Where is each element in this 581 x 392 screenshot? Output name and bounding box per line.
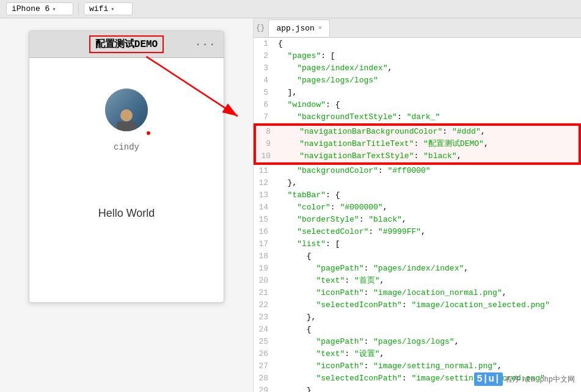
network-arrow-icon: ▾ [111,5,114,13]
line-content-10: "navigationBarTextStyle": "black", [278,150,579,162]
line-content-20: "text": "首页", [276,275,581,287]
red-dot-mid [147,131,150,135]
line-number-26: 26 [254,348,276,360]
phone-nav-dots: ··· [195,39,216,50]
code-line-12: 12 }, [254,177,581,189]
line-number-10: 10 [256,150,278,162]
line-content-9: "navigationBarTitleText": "配置测试DEMO", [278,138,579,150]
line-number-9: 9 [256,138,278,150]
line-number-20: 20 [254,275,276,287]
code-line-9: 9 "navigationBarTitleText": "配置测试DEMO", [256,138,579,150]
line-number-7: 7 [254,111,276,123]
line-number-5: 5 [254,87,276,99]
line-number-14: 14 [254,201,276,214]
code-line-23: 23 }, [254,311,581,324]
code-line-14: 14 "color": "#000000", [254,201,581,214]
code-line-6: 6 "window": { [254,99,581,111]
device-selector[interactable]: iPhone 6 ▾ [6,2,73,15]
line-content-7: "backgroundTextStyle": "dark_" [276,111,581,123]
code-panel: {} app.json × 1 { 2 "pages": [ 3 "pages/… [254,18,581,392]
line-content-27: "iconPath": "image/setting_normal.png", [276,360,581,372]
line-number-19: 19 [254,263,276,275]
phone-content: cindy Hello World [29,58,224,302]
code-line-5: 5 ], [254,87,581,99]
line-number-12: 12 [254,177,276,189]
line-number-15: 15 [254,214,276,226]
tab-filename: app.json [276,24,314,33]
code-line-18: 18 { [254,250,581,263]
line-number-11: 11 [254,165,276,177]
line-number-8: 8 [256,126,278,138]
line-number-27: 27 [254,360,276,372]
line-content-19: "pagePath": "pages/index/index", [276,263,581,275]
line-number-1: 1 [254,38,276,50]
code-line-20: 20 "text": "首页", [254,275,581,287]
avatar-image [105,89,148,131]
code-line-11: 11 "backgroundColor": "#ff0000" [254,165,581,177]
app-json-tab[interactable]: app.json × [268,20,330,37]
device-arrow-icon: ▾ [52,5,56,13]
network-selector[interactable]: wifi ▾ [84,2,133,15]
line-number-29: 29 [254,385,276,392]
watermark-text: 程序 [505,374,520,385]
code-line-25: 25 "pagePath": "pages/logs/logs", [254,336,581,348]
phone-avatar [105,89,148,131]
line-number-23: 23 [254,311,276,324]
line-content-1: { [276,38,581,50]
code-line-22: 22 "selectedIconPath": "image/location_s… [254,299,581,311]
line-content-3: "pages/index/index", [276,62,581,74]
tab-close-button[interactable]: × [318,24,323,32]
line-content-17: "list": [ [276,238,581,250]
line-content-21: "iconPath": "image/location_normal.png", [276,287,581,299]
code-line-1: 1 { [254,38,581,50]
phone-preview: 配置测试DEMO ··· cindy Hello World [0,18,254,392]
line-content-6: "window": { [276,99,581,111]
code-line-24: 24 { [254,324,581,336]
line-content-4: "pages/logs/logs" [276,74,581,87]
line-content-11: "backgroundColor": "#ff0000" [276,165,581,177]
phone-hello-text: Hello World [98,207,155,220]
code-line-19: 19 "pagePath": "pages/index/index", [254,263,581,275]
phone-nav-bar: 配置测试DEMO ··· [29,31,224,58]
line-content-24: { [276,324,581,336]
code-line-27: 27 "iconPath": "image/setting_normal.png… [254,360,581,372]
line-content-8: "navigationBarBackgroundColor": "#ddd", [278,126,579,138]
watermark-box: 5|u| [474,372,502,386]
code-line-7: 7 "backgroundTextStyle": "dark_" [254,111,581,123]
main-area: 配置测试DEMO ··· cindy Hello World [0,18,581,392]
device-label: iPhone 6 [12,4,49,13]
line-number-24: 24 [254,324,276,336]
code-line-10: 10 "navigationBarTextStyle": "black", [256,150,579,162]
code-editor[interactable]: 1 { 2 "pages": [ 3 "pages/index/index", … [254,38,581,392]
tab-icon: {} [256,24,265,32]
line-number-22: 22 [254,299,276,311]
line-content-14: "color": "#000000", [276,201,581,214]
phone-frame: 配置测试DEMO ··· cindy Hello World [29,31,224,303]
code-line-13: 13 "tabBar": { [254,189,581,201]
phone-nav-title: 配置测试DEMO [89,35,164,53]
watermark: 5|u| 程序 htm php中文网 [474,372,575,386]
line-number-3: 3 [254,62,276,74]
line-content-5: ], [276,87,581,99]
line-number-2: 2 [254,50,276,62]
code-line-8: 8 "navigationBarBackgroundColor": "#ddd"… [256,126,579,138]
avatar-body [117,122,136,131]
line-content-2: "pages": [ [276,50,581,62]
phone-username: cindy [114,142,139,152]
watermark-site: htm php中文网 [522,374,575,385]
line-content-16: "selectedColor": "#9999FF", [276,226,581,238]
line-number-6: 6 [254,99,276,111]
line-content-22: "selectedIconPath": "image/location_sele… [276,299,581,311]
line-number-28: 28 [254,372,276,385]
line-content-12: }, [276,177,581,189]
line-number-21: 21 [254,287,276,299]
code-line-4: 4 "pages/logs/logs" [254,74,581,87]
line-number-25: 25 [254,336,276,348]
line-content-18: { [276,250,581,263]
avatar-head [120,109,133,122]
tab-bar: {} app.json × [254,18,581,38]
red-highlight-box: 8 "navigationBarBackgroundColor": "#ddd"… [255,125,580,164]
line-content-15: "borderStyle": "black", [276,214,581,226]
code-line-15: 15 "borderStyle": "black", [254,214,581,226]
line-content-25: "pagePath": "pages/logs/logs", [276,336,581,348]
